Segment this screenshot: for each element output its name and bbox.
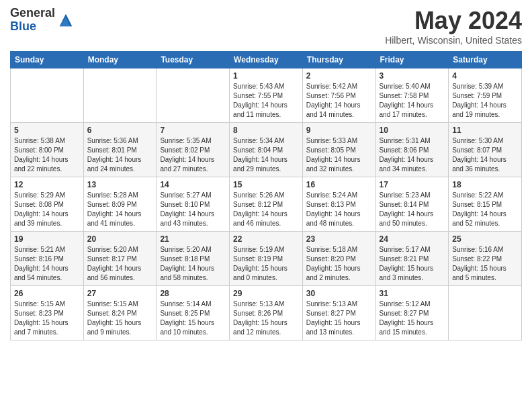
day-info: Sunrise: 5:20 AM Sunset: 8:17 PM Dayligh… bbox=[87, 245, 153, 283]
day-number: 27 bbox=[87, 289, 153, 298]
calendar-cell: 12Sunrise: 5:29 AM Sunset: 8:08 PM Dayli… bbox=[11, 177, 84, 232]
day-number: 28 bbox=[160, 289, 226, 298]
calendar-cell: 24Sunrise: 5:17 AM Sunset: 8:21 PM Dayli… bbox=[375, 232, 449, 286]
calendar-cell: 28Sunrise: 5:14 AM Sunset: 8:25 PM Dayli… bbox=[157, 286, 230, 340]
day-number: 9 bbox=[306, 126, 372, 135]
day-number: 1 bbox=[233, 71, 299, 81]
calendar-week-row: 1Sunrise: 5:43 AM Sunset: 7:55 PM Daylig… bbox=[11, 68, 522, 123]
day-info: Sunrise: 5:36 AM Sunset: 8:01 PM Dayligh… bbox=[87, 136, 153, 174]
day-number: 4 bbox=[452, 71, 518, 81]
day-number: 11 bbox=[452, 126, 518, 135]
day-info: Sunrise: 5:19 AM Sunset: 8:19 PM Dayligh… bbox=[233, 245, 299, 283]
day-number: 2 bbox=[306, 71, 372, 81]
calendar-cell: 29Sunrise: 5:13 AM Sunset: 8:26 PM Dayli… bbox=[230, 286, 303, 340]
logo-icon bbox=[56, 11, 75, 30]
day-info: Sunrise: 5:33 AM Sunset: 8:05 PM Dayligh… bbox=[306, 136, 372, 174]
title-block: May 2024 Hilbert, Wisconsin, United Stat… bbox=[385, 7, 522, 46]
logo-general: General bbox=[10, 7, 55, 20]
day-number: 20 bbox=[87, 234, 153, 244]
calendar-cell: 5Sunrise: 5:38 AM Sunset: 8:00 PM Daylig… bbox=[11, 123, 84, 177]
calendar-cell: 4Sunrise: 5:39 AM Sunset: 7:59 PM Daylig… bbox=[449, 68, 522, 123]
page-header: General Blue May 2024 Hilbert, Wisconsin… bbox=[10, 7, 522, 46]
calendar-body: 1Sunrise: 5:43 AM Sunset: 7:55 PM Daylig… bbox=[11, 68, 522, 340]
day-number: 6 bbox=[87, 126, 153, 135]
day-info: Sunrise: 5:30 AM Sunset: 8:07 PM Dayligh… bbox=[452, 136, 518, 174]
day-number: 10 bbox=[380, 126, 445, 135]
day-info: Sunrise: 5:42 AM Sunset: 7:56 PM Dayligh… bbox=[306, 82, 372, 120]
day-info: Sunrise: 5:15 AM Sunset: 8:24 PM Dayligh… bbox=[87, 300, 153, 337]
header-day: Wednesday bbox=[230, 52, 303, 68]
day-number: 24 bbox=[380, 234, 445, 244]
day-info: Sunrise: 5:31 AM Sunset: 8:06 PM Dayligh… bbox=[380, 136, 445, 174]
day-number: 31 bbox=[380, 289, 445, 298]
header-day: Thursday bbox=[302, 52, 375, 68]
header-row: SundayMondayTuesdayWednesdayThursdayFrid… bbox=[11, 52, 522, 68]
header-day: Friday bbox=[375, 52, 449, 68]
day-info: Sunrise: 5:15 AM Sunset: 8:23 PM Dayligh… bbox=[14, 300, 80, 337]
day-number: 17 bbox=[380, 180, 445, 189]
day-number: 21 bbox=[160, 234, 226, 244]
day-info: Sunrise: 5:26 AM Sunset: 8:12 PM Dayligh… bbox=[233, 191, 299, 228]
day-info: Sunrise: 5:20 AM Sunset: 8:18 PM Dayligh… bbox=[160, 245, 226, 283]
header-day: Tuesday bbox=[157, 52, 230, 68]
day-number: 18 bbox=[452, 180, 518, 189]
calendar-cell: 22Sunrise: 5:19 AM Sunset: 8:19 PM Dayli… bbox=[230, 232, 303, 286]
calendar-cell: 30Sunrise: 5:13 AM Sunset: 8:27 PM Dayli… bbox=[302, 286, 375, 340]
day-info: Sunrise: 5:39 AM Sunset: 7:59 PM Dayligh… bbox=[452, 82, 518, 120]
day-info: Sunrise: 5:23 AM Sunset: 8:14 PM Dayligh… bbox=[380, 191, 445, 228]
day-info: Sunrise: 5:43 AM Sunset: 7:55 PM Dayligh… bbox=[233, 82, 299, 120]
calendar-cell: 23Sunrise: 5:18 AM Sunset: 8:20 PM Dayli… bbox=[302, 232, 375, 286]
day-info: Sunrise: 5:38 AM Sunset: 8:00 PM Dayligh… bbox=[14, 136, 80, 174]
day-number: 3 bbox=[380, 71, 445, 81]
calendar-week-row: 12Sunrise: 5:29 AM Sunset: 8:08 PM Dayli… bbox=[11, 177, 522, 232]
calendar-cell: 21Sunrise: 5:20 AM Sunset: 8:18 PM Dayli… bbox=[157, 232, 230, 286]
calendar-cell: 20Sunrise: 5:20 AM Sunset: 8:17 PM Dayli… bbox=[83, 232, 157, 286]
day-number: 7 bbox=[160, 126, 226, 135]
logo: General Blue bbox=[10, 7, 75, 34]
day-info: Sunrise: 5:22 AM Sunset: 8:15 PM Dayligh… bbox=[452, 191, 518, 228]
day-info: Sunrise: 5:28 AM Sunset: 8:09 PM Dayligh… bbox=[87, 191, 153, 228]
day-info: Sunrise: 5:16 AM Sunset: 8:22 PM Dayligh… bbox=[452, 245, 518, 283]
calendar-cell: 10Sunrise: 5:31 AM Sunset: 8:06 PM Dayli… bbox=[375, 123, 449, 177]
day-number: 22 bbox=[233, 234, 299, 244]
day-info: Sunrise: 5:13 AM Sunset: 8:26 PM Dayligh… bbox=[233, 300, 299, 337]
header-day: Sunday bbox=[11, 52, 84, 68]
day-info: Sunrise: 5:14 AM Sunset: 8:25 PM Dayligh… bbox=[160, 300, 226, 337]
day-info: Sunrise: 5:35 AM Sunset: 8:02 PM Dayligh… bbox=[160, 136, 226, 174]
day-number: 29 bbox=[233, 289, 299, 298]
day-number: 12 bbox=[14, 180, 80, 189]
calendar-cell: 17Sunrise: 5:23 AM Sunset: 8:14 PM Dayli… bbox=[375, 177, 449, 232]
calendar-cell: 1Sunrise: 5:43 AM Sunset: 7:55 PM Daylig… bbox=[230, 68, 303, 123]
day-info: Sunrise: 5:13 AM Sunset: 8:27 PM Dayligh… bbox=[306, 300, 372, 337]
calendar-cell bbox=[157, 68, 230, 123]
day-number: 13 bbox=[87, 180, 153, 189]
day-number: 14 bbox=[160, 180, 226, 189]
day-info: Sunrise: 5:34 AM Sunset: 8:04 PM Dayligh… bbox=[233, 136, 299, 174]
day-number: 23 bbox=[306, 234, 372, 244]
day-number: 30 bbox=[306, 289, 372, 298]
day-info: Sunrise: 5:18 AM Sunset: 8:20 PM Dayligh… bbox=[306, 245, 372, 283]
calendar-cell: 16Sunrise: 5:24 AM Sunset: 8:13 PM Dayli… bbox=[302, 177, 375, 232]
day-info: Sunrise: 5:24 AM Sunset: 8:13 PM Dayligh… bbox=[306, 191, 372, 228]
day-info: Sunrise: 5:29 AM Sunset: 8:08 PM Dayligh… bbox=[14, 191, 80, 228]
calendar-week-row: 19Sunrise: 5:21 AM Sunset: 8:16 PM Dayli… bbox=[11, 232, 522, 286]
calendar-cell: 8Sunrise: 5:34 AM Sunset: 8:04 PM Daylig… bbox=[230, 123, 303, 177]
day-number: 26 bbox=[14, 289, 80, 298]
day-info: Sunrise: 5:12 AM Sunset: 8:27 PM Dayligh… bbox=[380, 300, 445, 337]
logo-blue: Blue bbox=[10, 20, 55, 34]
day-info: Sunrise: 5:21 AM Sunset: 8:16 PM Dayligh… bbox=[14, 245, 80, 283]
calendar-cell: 13Sunrise: 5:28 AM Sunset: 8:09 PM Dayli… bbox=[83, 177, 157, 232]
calendar-cell: 11Sunrise: 5:30 AM Sunset: 8:07 PM Dayli… bbox=[449, 123, 522, 177]
calendar-table: SundayMondayTuesdayWednesdayThursdayFrid… bbox=[10, 51, 522, 340]
month-title: May 2024 bbox=[385, 7, 522, 35]
calendar-cell: 27Sunrise: 5:15 AM Sunset: 8:24 PM Dayli… bbox=[83, 286, 157, 340]
day-number: 5 bbox=[14, 126, 80, 135]
calendar-cell: 6Sunrise: 5:36 AM Sunset: 8:01 PM Daylig… bbox=[83, 123, 157, 177]
header-day: Monday bbox=[83, 52, 157, 68]
calendar-cell: 26Sunrise: 5:15 AM Sunset: 8:23 PM Dayli… bbox=[11, 286, 84, 340]
day-number: 15 bbox=[233, 180, 299, 189]
calendar-cell: 25Sunrise: 5:16 AM Sunset: 8:22 PM Dayli… bbox=[449, 232, 522, 286]
header-day: Saturday bbox=[449, 52, 522, 68]
calendar-header: SundayMondayTuesdayWednesdayThursdayFrid… bbox=[11, 52, 522, 68]
location: Hilbert, Wisconsin, United States bbox=[385, 35, 522, 46]
